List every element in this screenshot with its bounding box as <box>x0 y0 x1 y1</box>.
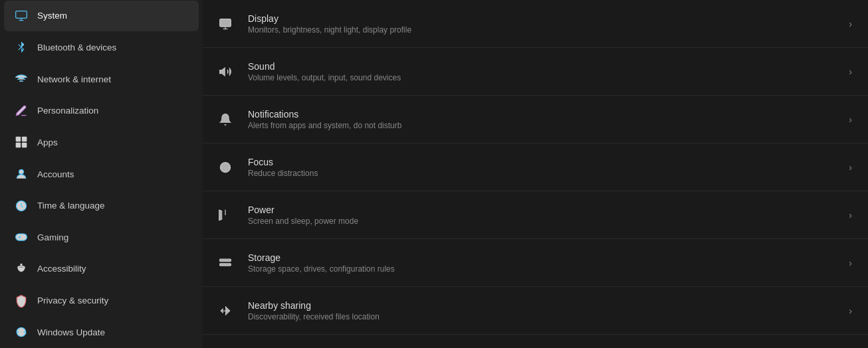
power-text: Power Screen and sleep, power mode <box>248 205 849 226</box>
svg-rect-1 <box>16 137 21 142</box>
display-subtitle: Monitors, brightness, night light, displ… <box>248 25 849 35</box>
settings-row-notifications[interactable]: Notifications Alerts from apps and syste… <box>203 96 868 143</box>
storage-subtitle: Storage space, drives, configuration rul… <box>248 264 849 274</box>
sidebar-item-privacy[interactable]: Privacy & security <box>4 286 199 316</box>
sidebar-label-time: Time & language <box>37 201 105 211</box>
gaming-icon <box>15 230 28 244</box>
svg-rect-4 <box>22 143 27 148</box>
sidebar-item-update[interactable]: Windows Update <box>4 317 199 347</box>
sidebar-label-network: Network & internet <box>37 74 111 84</box>
nearby-subtitle: Discoverability, received files location <box>248 312 849 321</box>
notifications-title: Notifications <box>248 109 849 120</box>
sidebar-item-bluetooth[interactable]: Bluetooth & devices <box>4 33 199 63</box>
storage-text: Storage Storage space, drives, configura… <box>248 252 849 274</box>
apps-icon <box>15 135 28 149</box>
svg-rect-13 <box>220 263 231 265</box>
privacy-icon <box>15 294 28 307</box>
sidebar-label-apps: Apps <box>37 137 58 147</box>
focus-icon <box>213 155 237 179</box>
notifications-text: Notifications Alerts from apps and syste… <box>248 109 849 130</box>
notifications-subtitle: Alerts from apps and system, do not dist… <box>248 121 849 130</box>
sidebar-label-system: System <box>37 11 67 21</box>
sidebar-label-update: Windows Update <box>37 327 105 337</box>
network-icon <box>15 72 28 86</box>
power-icon <box>213 203 237 227</box>
svg-point-8 <box>20 264 22 266</box>
sidebar-item-time[interactable]: Time & language <box>4 191 199 221</box>
notifications-icon <box>213 108 237 131</box>
focus-title: Focus <box>248 157 849 167</box>
power-title: Power <box>248 205 849 215</box>
sidebar-label-bluetooth: Bluetooth & devices <box>37 43 116 52</box>
accessibility-icon <box>15 262 28 276</box>
sidebar-label-personalization: Personalization <box>37 106 98 116</box>
sidebar-label-accounts: Accounts <box>37 169 74 179</box>
svg-rect-2 <box>22 137 27 142</box>
focus-text: Focus Reduce distractions <box>248 157 849 178</box>
sidebar-item-personalization[interactable]: Personalization <box>4 96 199 126</box>
main-content: Display Monitors, brightness, night ligh… <box>203 0 868 348</box>
notifications-chevron: › <box>849 114 852 125</box>
svg-rect-3 <box>16 143 21 148</box>
display-chevron: › <box>849 19 852 29</box>
storage-chevron: › <box>849 258 852 268</box>
power-chevron: › <box>849 210 852 220</box>
system-icon <box>15 9 28 23</box>
nearby-icon <box>213 299 237 323</box>
svg-rect-9 <box>220 19 231 27</box>
sidebar-label-accessibility: Accessibility <box>37 264 86 274</box>
svg-point-5 <box>19 169 24 174</box>
settings-row-sound[interactable]: Sound Volume levels, output, input, soun… <box>203 48 868 96</box>
sidebar: System Bluetooth & devices Network & int… <box>0 0 203 348</box>
svg-rect-0 <box>16 11 27 18</box>
svg-rect-12 <box>220 259 231 261</box>
focus-subtitle: Reduce distractions <box>248 169 849 178</box>
bluetooth-icon <box>15 41 28 54</box>
display-text: Display Monitors, brightness, night ligh… <box>248 13 849 35</box>
sidebar-item-system[interactable]: System <box>4 1 199 31</box>
nearby-text: Nearby sharing Discoverability, received… <box>248 300 849 321</box>
storage-title: Storage <box>248 252 849 263</box>
sidebar-item-apps[interactable]: Apps <box>4 128 199 158</box>
sidebar-item-accounts[interactable]: Accounts <box>4 159 199 189</box>
sidebar-label-gaming: Gaming <box>37 232 68 242</box>
settings-row-nearby[interactable]: Nearby sharing Discoverability, received… <box>203 287 868 335</box>
power-subtitle: Screen and sleep, power mode <box>248 217 849 226</box>
sidebar-label-privacy: Privacy & security <box>37 296 108 305</box>
sound-icon <box>213 60 237 84</box>
sidebar-item-accessibility[interactable]: Accessibility <box>4 254 199 284</box>
settings-row-power[interactable]: Power Screen and sleep, power mode › <box>203 191 868 239</box>
display-title: Display <box>248 13 849 24</box>
nearby-title: Nearby sharing <box>248 300 849 311</box>
sound-title: Sound <box>248 61 849 72</box>
settings-row-focus[interactable]: Focus Reduce distractions › <box>203 143 868 191</box>
settings-row-display[interactable]: Display Monitors, brightness, night ligh… <box>203 0 868 48</box>
svg-rect-7 <box>16 234 27 240</box>
storage-icon <box>213 251 237 275</box>
time-icon <box>15 199 28 213</box>
sidebar-item-network[interactable]: Network & internet <box>4 64 199 94</box>
settings-row-storage[interactable]: Storage Storage space, drives, configura… <box>203 239 868 287</box>
sound-chevron: › <box>849 66 852 77</box>
sound-subtitle: Volume levels, output, input, sound devi… <box>248 73 849 82</box>
display-icon <box>213 12 237 36</box>
personalization-icon <box>15 104 28 118</box>
focus-chevron: › <box>849 162 852 173</box>
sound-text: Sound Volume levels, output, input, soun… <box>248 61 849 82</box>
update-icon <box>15 325 28 339</box>
nearby-chevron: › <box>849 305 852 316</box>
sidebar-item-gaming[interactable]: Gaming <box>4 222 199 252</box>
accounts-icon <box>15 167 28 181</box>
